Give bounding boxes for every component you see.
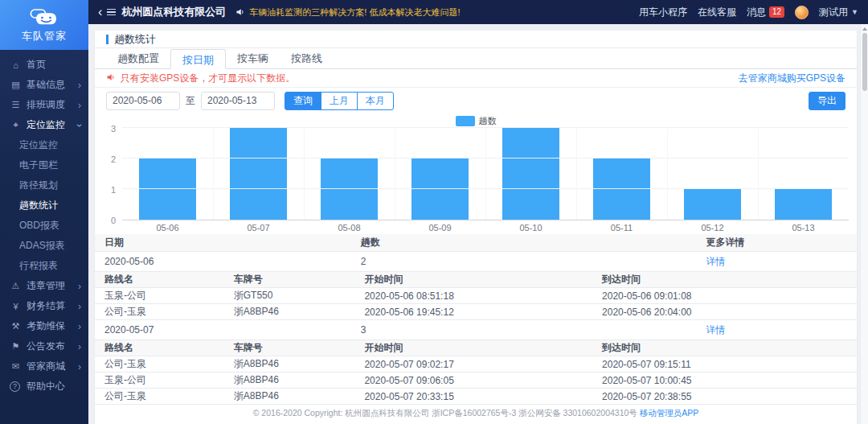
- bar-slot: [395, 129, 485, 220]
- export-button[interactable]: 导出: [809, 92, 845, 110]
- sub-header-cell: 到达时间: [602, 273, 847, 286]
- sidebar-item-attendance[interactable]: ⚒考勤维保›: [0, 316, 88, 336]
- date-cell: 2020-05-06: [104, 256, 361, 267]
- tab-1[interactable]: 按日期: [170, 49, 226, 69]
- mini-program-link[interactable]: 用车小程序: [639, 6, 687, 19]
- info-icon: ▤: [10, 80, 22, 90]
- sidebar-item-info[interactable]: ▤基础信息›: [0, 75, 88, 95]
- end-time-cell: 2020-05-07 20:38:55: [602, 391, 847, 402]
- x-tick-label: 05-11: [576, 223, 667, 233]
- sidebar-subitem[interactable]: OBD报表: [0, 216, 88, 236]
- plate-cell: 浙A8BP46: [234, 305, 365, 319]
- schedule-icon: ☰: [10, 100, 22, 110]
- sidebar-item-finance[interactable]: ¥财务结算›: [0, 296, 88, 316]
- messages-label: 消息: [747, 6, 766, 19]
- y-tick-label: 1: [111, 185, 116, 195]
- table-groups: 2020-05-062详情路线名车牌号开始时间到达时间玉泉-公司浙GT55020…: [95, 252, 857, 405]
- sidebar-subitem[interactable]: 趟数统计: [0, 196, 88, 216]
- plate-cell: 浙A8BP46: [234, 357, 365, 371]
- date-from-input[interactable]: [106, 92, 180, 110]
- x-tick-label: 05-10: [485, 223, 576, 233]
- plot-area: [122, 129, 849, 220]
- chart-legend[interactable]: 趟数: [103, 114, 849, 127]
- bar: [502, 128, 559, 220]
- buy-gps-link[interactable]: 去管家商城购买GPS设备: [739, 72, 845, 85]
- sidebar-subitem[interactable]: ADAS报表: [0, 236, 88, 256]
- sidebar-subitem[interactable]: 电子围栏: [0, 155, 88, 175]
- sidebar-subitem[interactable]: 定位监控: [0, 135, 88, 155]
- sidebar-item-violation[interactable]: ⚠违章管理›: [0, 276, 88, 296]
- vertical-scrollbar[interactable]: [860, 24, 868, 424]
- back-icon[interactable]: ‹: [98, 6, 102, 19]
- sidebar: 车队管家 ⌂首页▤基础信息›☰排班调度›⌖定位监控›定位监控电子围栏路径规划趟数…: [0, 0, 88, 424]
- trip-count-chart: 趟数 0123 05-0605-0705-0805-0905-1005-1105…: [95, 113, 857, 234]
- route-cell: 公司-玉泉: [104, 389, 234, 403]
- help-icon: ?: [10, 381, 20, 392]
- sidebar-item-home[interactable]: ⌂首页: [0, 55, 88, 75]
- scrollbar-thumb[interactable]: [862, 33, 867, 91]
- plate-cell: 浙A8BP46: [234, 389, 365, 403]
- end-time-cell: 2020-05-06 09:01:08: [602, 290, 847, 302]
- trips-table: 日期 趟数 更多详情 2020-05-062详情路线名车牌号开始时间到达时间玉泉…: [95, 234, 857, 405]
- announcement-speaker-icon: [235, 7, 245, 17]
- this-month-button[interactable]: 本月: [357, 92, 394, 110]
- detail-link[interactable]: 详情: [706, 256, 725, 267]
- customer-service-link[interactable]: 在线客服: [698, 6, 736, 19]
- messages-link[interactable]: 消息 12: [747, 6, 784, 19]
- tab-0[interactable]: 趟数配置: [106, 48, 170, 68]
- app-window: 车队管家 ⌂首页▤基础信息›☰排班调度›⌖定位监控›定位监控电子围栏路径规划趟数…: [0, 0, 868, 424]
- chevron-down-icon: ›: [74, 124, 85, 127]
- table-header-row: 日期 趟数 更多详情: [95, 234, 857, 252]
- avatar[interactable]: [795, 6, 809, 19]
- date-to-input[interactable]: [201, 92, 275, 110]
- prev-month-button[interactable]: 上月: [321, 92, 358, 110]
- sidebar-item-label: 排班调度: [27, 98, 65, 112]
- plate-cell: 浙GT550: [234, 289, 365, 303]
- page-title-row: 趟数统计: [95, 31, 857, 48]
- sidebar-item-announce[interactable]: ⚑公告发布›: [0, 336, 88, 356]
- sidebar-item-schedule[interactable]: ☰排班调度›: [0, 95, 88, 115]
- count-cell: 3: [361, 324, 706, 335]
- y-axis: 0123: [103, 129, 122, 220]
- menu-icon[interactable]: [107, 7, 116, 18]
- user-menu[interactable]: 测试用 ▼: [819, 6, 858, 19]
- sidebar-item-location[interactable]: ⌖定位监控›: [0, 115, 88, 135]
- admin-app-link[interactable]: 移动管理员APP: [640, 408, 699, 418]
- sidebar-item-mall[interactable]: ✉管家商城›: [0, 356, 88, 377]
- chevron-right-icon: ›: [78, 281, 81, 292]
- gridline-vertical: [304, 129, 305, 220]
- y-tick-label: 0: [111, 216, 116, 225]
- gps-notice-text: 只有安装GPS设备，才可显示以下数据。: [121, 72, 295, 85]
- bar-slot: [122, 129, 213, 220]
- scroll-up-icon[interactable]: [862, 27, 867, 31]
- mall-icon: ✉: [10, 361, 22, 372]
- message-count-badge: 12: [769, 6, 784, 18]
- sidebar-item-label: 公告发布: [27, 340, 65, 353]
- x-tick-label: 05-07: [213, 223, 304, 233]
- sidebar-item-label: 违章管理: [27, 279, 65, 293]
- bar: [139, 158, 195, 220]
- query-button[interactable]: 查询: [285, 92, 321, 110]
- sidebar-subitem[interactable]: 路径规划: [0, 175, 88, 196]
- gps-notice-row: 只有安装GPS设备，才可显示以下数据。 去管家商城购买GPS设备: [95, 69, 857, 88]
- trip-row: 公司-玉泉浙A8BP462020-05-07 09:02:172020-05-0…: [95, 356, 857, 373]
- detail-link[interactable]: 详情: [706, 324, 725, 335]
- sub-header-cell: 车牌号: [234, 341, 365, 355]
- header-date: 日期: [104, 236, 361, 249]
- brand: 车队管家: [0, 0, 88, 50]
- fleet-logo-icon: [28, 7, 60, 28]
- x-axis-labels: 05-0605-0705-0805-0905-1005-1105-1205-13: [122, 220, 849, 234]
- x-tick-label: 05-12: [667, 223, 758, 233]
- username: 测试用: [819, 6, 848, 19]
- bar: [684, 189, 740, 220]
- start-time-cell: 2020-05-07 20:33:15: [364, 391, 602, 402]
- legend-label: 趟数: [479, 115, 497, 127]
- tab-3[interactable]: 按路线: [280, 48, 334, 68]
- end-time-cell: 2020-05-06 20:04:00: [602, 307, 847, 318]
- sidebar-subitem[interactable]: 行程报表: [0, 256, 88, 276]
- copyright-text: © 2016-2020 Copyright: 杭州圆点科技有限公司 浙ICP备1…: [253, 408, 637, 418]
- bar-slot: [576, 129, 667, 220]
- x-tick-label: 05-13: [758, 223, 849, 233]
- tab-2[interactable]: 按车辆: [226, 48, 280, 68]
- sidebar-item-help[interactable]: ?帮助中心: [0, 377, 88, 397]
